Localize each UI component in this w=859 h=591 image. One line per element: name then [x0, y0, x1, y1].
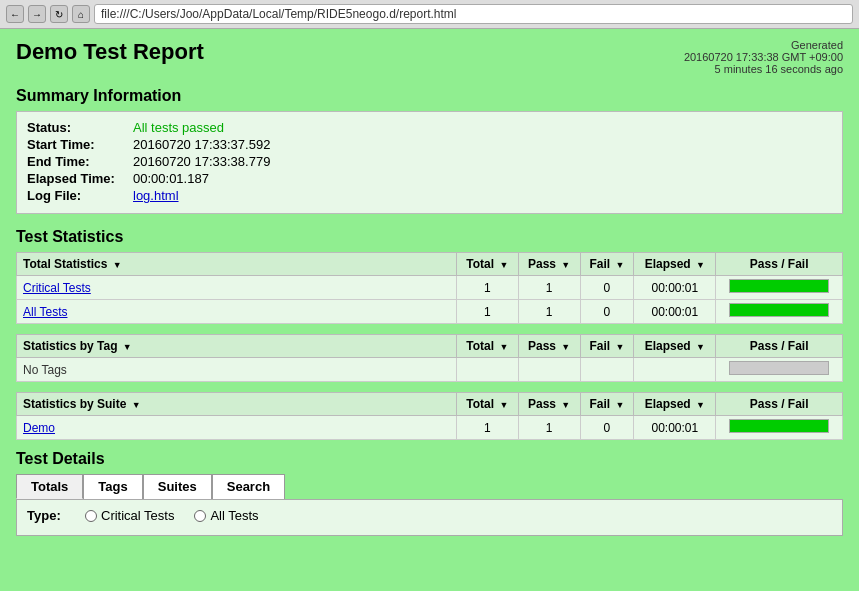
- tag-col-total[interactable]: Total ▼: [457, 335, 519, 358]
- row-elapsed: 00:00:01: [634, 416, 716, 440]
- log-link[interactable]: log.html: [133, 188, 179, 203]
- stats-section-title: Test Statistics: [16, 228, 843, 246]
- row-passfail: [716, 358, 843, 382]
- row-pass: 1: [518, 300, 580, 324]
- radio-label: All Tests: [210, 508, 258, 523]
- status-value: All tests passed: [133, 120, 224, 135]
- table-row: All Tests 1 1 0 00:00:01: [17, 300, 843, 324]
- row-name[interactable]: All Tests: [17, 300, 457, 324]
- page-title: Demo Test Report: [16, 39, 204, 65]
- row-total: 1: [457, 300, 519, 324]
- row-fail: 0: [580, 276, 634, 300]
- row-total: [457, 358, 519, 382]
- pass-fail-bar: [729, 361, 829, 375]
- row-passfail: [716, 416, 843, 440]
- generated-ago: 5 minutes 16 seconds ago: [715, 63, 843, 75]
- tag-stats-table: Statistics by Tag ▼ Total ▼ Pass ▼ Fail …: [16, 334, 843, 382]
- table-row: Critical Tests 1 1 0 00:00:01: [17, 276, 843, 300]
- total-col-fail[interactable]: Fail ▼: [580, 253, 634, 276]
- tag-col-passfail: Pass / Fail: [716, 335, 843, 358]
- row-pass: 1: [518, 276, 580, 300]
- summary-end-row: End Time: 20160720 17:33:38.779: [27, 154, 832, 169]
- test-details: Test Details TotalsTagsSuitesSearch Type…: [16, 450, 843, 536]
- generated-date: 20160720 17:33:38 GMT +09:00: [684, 51, 843, 63]
- pass-portion: [730, 304, 828, 316]
- start-value: 20160720 17:33:37.592: [133, 137, 270, 152]
- tag-col-pass[interactable]: Pass ▼: [518, 335, 580, 358]
- browser-chrome: ← → ↻ ⌂ file:///C:/Users/Joo/AppData/Loc…: [0, 0, 859, 29]
- suite-stats-header: Statistics by Suite ▼: [17, 393, 457, 416]
- row-pass: 1: [518, 416, 580, 440]
- tab-suites[interactable]: Suites: [143, 474, 212, 499]
- page-content: Demo Test Report Generated 20160720 17:3…: [0, 29, 859, 546]
- type-label: Type:: [27, 508, 77, 523]
- tab-content: Type: Critical Tests All Tests: [16, 499, 843, 536]
- radio-options: Critical Tests All Tests: [85, 508, 267, 523]
- total-col-passfail: Pass / Fail: [716, 253, 843, 276]
- suite-col-fail[interactable]: Fail ▼: [580, 393, 634, 416]
- row-pass: [518, 358, 580, 382]
- total-col-elapsed[interactable]: Elapsed ▼: [634, 253, 716, 276]
- table-row: Demo 1 1 0 00:00:01: [17, 416, 843, 440]
- row-name[interactable]: Demo: [17, 416, 457, 440]
- suite-stats-table: Statistics by Suite ▼ Total ▼ Pass ▼ Fai…: [16, 392, 843, 440]
- suite-col-elapsed[interactable]: Elapsed ▼: [634, 393, 716, 416]
- tag-col-elapsed[interactable]: Elapsed ▼: [634, 335, 716, 358]
- suite-col-pass[interactable]: Pass ▼: [518, 393, 580, 416]
- summary-start-row: Start Time: 20160720 17:33:37.592: [27, 137, 832, 152]
- total-stats-header: Total Statistics ▼: [17, 253, 457, 276]
- address-bar[interactable]: file:///C:/Users/Joo/AppData/Local/Temp/…: [94, 4, 853, 24]
- total-col-pass[interactable]: Pass ▼: [518, 253, 580, 276]
- radio-circle: [194, 510, 206, 522]
- row-name[interactable]: Critical Tests: [17, 276, 457, 300]
- sort-arrow[interactable]: ▼: [113, 260, 122, 270]
- radio-circle: [85, 510, 97, 522]
- summary-section-title: Summary Information: [16, 87, 843, 105]
- generated-info: Generated 20160720 17:33:38 GMT +09:00 5…: [684, 39, 843, 75]
- log-label: Log File:: [27, 188, 127, 203]
- end-value: 20160720 17:33:38.779: [133, 154, 270, 169]
- suite-sort-arrow[interactable]: ▼: [132, 400, 141, 410]
- forward-button[interactable]: →: [28, 5, 46, 23]
- pass-fail-bar: [729, 303, 829, 317]
- stats-section: Total Statistics ▼ Total ▼ Pass ▼ Fail ▼…: [16, 252, 843, 440]
- summary-status-row: Status: All tests passed: [27, 120, 832, 135]
- row-total: 1: [457, 276, 519, 300]
- total-stats-table: Total Statistics ▼ Total ▼ Pass ▼ Fail ▼…: [16, 252, 843, 324]
- summary-box: Status: All tests passed Start Time: 201…: [16, 111, 843, 214]
- type-row: Type: Critical Tests All Tests: [27, 508, 832, 523]
- tab-tags[interactable]: Tags: [83, 474, 142, 499]
- tab-totals[interactable]: Totals: [16, 474, 83, 499]
- tab-search[interactable]: Search: [212, 474, 285, 499]
- end-label: End Time:: [27, 154, 127, 169]
- summary-log-row: Log File: log.html: [27, 188, 832, 203]
- radio-option[interactable]: All Tests: [194, 508, 258, 523]
- row-elapsed: 00:00:01: [634, 276, 716, 300]
- row-passfail: [716, 276, 843, 300]
- page-header: Demo Test Report Generated 20160720 17:3…: [16, 39, 843, 75]
- total-col-total[interactable]: Total ▼: [457, 253, 519, 276]
- pass-fail-bar: [729, 279, 829, 293]
- status-label: Status:: [27, 120, 127, 135]
- tag-sort-arrow[interactable]: ▼: [123, 342, 132, 352]
- row-elapsed: [634, 358, 716, 382]
- home-button[interactable]: ⌂: [72, 5, 90, 23]
- radio-label: Critical Tests: [101, 508, 174, 523]
- details-section-title: Test Details: [16, 450, 843, 468]
- tag-stats-header: Statistics by Tag ▼: [17, 335, 457, 358]
- refresh-button[interactable]: ↻: [50, 5, 68, 23]
- row-fail: 0: [580, 416, 634, 440]
- pass-portion: [730, 280, 828, 292]
- tabs-row: TotalsTagsSuitesSearch: [16, 474, 843, 499]
- pass-fail-bar: [729, 419, 829, 433]
- generated-label: Generated: [791, 39, 843, 51]
- suite-col-total[interactable]: Total ▼: [457, 393, 519, 416]
- radio-option[interactable]: Critical Tests: [85, 508, 174, 523]
- elapsed-label: Elapsed Time:: [27, 171, 127, 186]
- row-total: 1: [457, 416, 519, 440]
- tag-col-fail[interactable]: Fail ▼: [580, 335, 634, 358]
- back-button[interactable]: ←: [6, 5, 24, 23]
- row-passfail: [716, 300, 843, 324]
- table-row: No Tags: [17, 358, 843, 382]
- start-label: Start Time:: [27, 137, 127, 152]
